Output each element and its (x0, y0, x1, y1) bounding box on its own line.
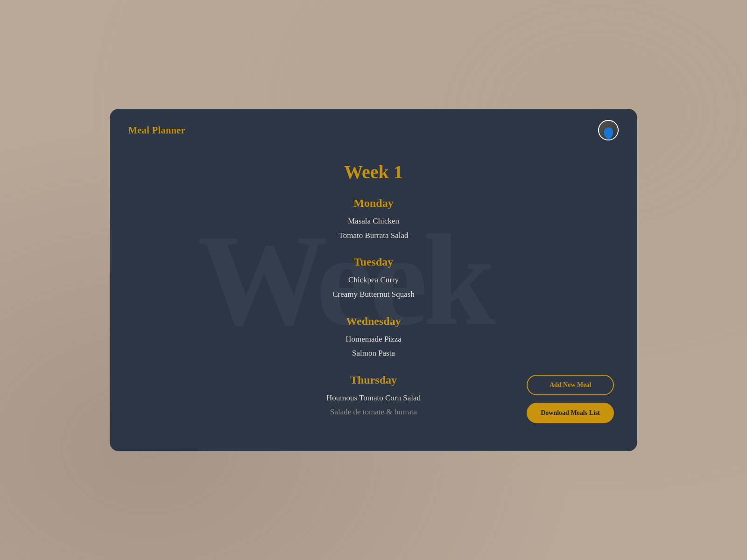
day-section-thursday: Thursday Houmous Tomato Corn Salad Salad… (257, 374, 490, 420)
side-buttons: Add New Meal Download Meals List (527, 375, 614, 423)
meal-tuesday-2: Creamy Butternut Squash (257, 287, 490, 302)
meal-wednesday-1: Homemade Pizza (257, 332, 490, 347)
meal-tuesday-1: Chickpea Curry (257, 273, 490, 287)
add-new-meal-button[interactable]: Add New Meal (527, 375, 614, 395)
day-name-thursday: Thursday (257, 374, 490, 386)
meal-monday-1: Masala Chicken (257, 214, 490, 229)
avatar[interactable] (598, 120, 619, 140)
day-name-monday: Monday (257, 197, 490, 210)
download-meals-list-button[interactable]: Download Meals List (527, 403, 614, 423)
app-title: Meal Planner (128, 125, 185, 136)
meal-monday-2: Tomato Burrata Salad (257, 229, 490, 243)
header: Meal Planner (110, 109, 637, 152)
meal-wednesday-2: Salmon Pasta (257, 346, 490, 361)
avatar-image (599, 121, 618, 140)
app-container: Week Meal Planner Week 1 Monday Masala C… (110, 109, 637, 451)
meal-thursday-1: Houmous Tomato Corn Salad (257, 391, 490, 406)
day-name-tuesday: Tuesday (257, 256, 490, 268)
day-section-tuesday: Tuesday Chickpea Curry Creamy Butternut … (257, 256, 490, 301)
day-section-wednesday: Wednesday Homemade Pizza Salmon Pasta (257, 315, 490, 361)
week-title: Week 1 (344, 161, 403, 183)
day-section-monday: Monday Masala Chicken Tomato Burrata Sal… (257, 197, 490, 243)
meal-thursday-2: Salade de tomate & burrata (257, 405, 490, 420)
meal-plan: Week 1 Monday Masala Chicken Tomato Burr… (257, 161, 490, 433)
day-name-wednesday: Wednesday (257, 315, 490, 328)
